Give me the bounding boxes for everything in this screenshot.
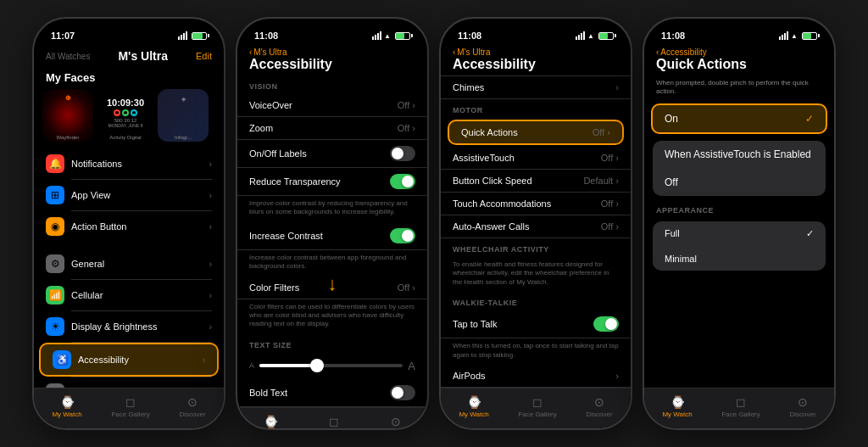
buttonclickspeed-label: Button Click Speed — [453, 176, 532, 186]
tab-discover-label-3: Discover — [587, 411, 613, 418]
appearance-minimal[interactable]: Minimal — [653, 247, 826, 271]
face-label-2: Activity Digital — [100, 135, 151, 140]
row-increasecontrast[interactable]: Increase Contrast — [237, 222, 427, 250]
row-reducetransparency[interactable]: Reduce Transparency — [237, 168, 427, 196]
tab-mywatch-1[interactable]: ⌚ My Watch — [52, 395, 81, 418]
slider-label-large: A — [408, 360, 415, 372]
status-icons-2: ▲ — [372, 31, 410, 40]
facegallery-icon-4: ◻ — [736, 395, 746, 409]
settings-cellular[interactable]: 📶 Cellular › — [34, 280, 224, 310]
time-4: 11:08 — [661, 31, 685, 41]
phone-4: 11:08 ▲ ‹ Accessibility Quick Actions — [643, 17, 836, 430]
watch-faces: ⊕ Wayfinder 10:09:30 ● ● ● 500 30 12 MON… — [34, 89, 224, 148]
back-link-3[interactable]: ‹ M's Ultra — [453, 47, 619, 57]
back-link-4[interactable]: ‹ Accessibility — [656, 47, 822, 57]
watch-face-wayfinder[interactable]: ⊕ Wayfinder — [42, 89, 93, 142]
tab-discover-4[interactable]: ⊙ Discover — [790, 395, 816, 418]
row-taptotalk[interactable]: Tap to Talk — [441, 310, 631, 338]
colorfilters-label: Color Filters — [249, 282, 299, 293]
tab-discover-2[interactable]: ⊙ Discover — [383, 415, 409, 428]
battery-3 — [598, 32, 614, 40]
settings-general[interactable]: ⚙ General › — [34, 249, 224, 279]
row-boldtext[interactable]: Bold Text — [237, 379, 427, 407]
battery-4 — [802, 32, 817, 40]
section-appearance: APPEARANCE — [644, 199, 834, 218]
phone-1-screen: 11:07 All Watches M's Ultra Edit My Face… — [34, 19, 224, 428]
back-label-4: Accessibility — [660, 47, 706, 57]
row-onofflabels[interactable]: On/Off Labels — [237, 140, 427, 168]
battery-2 — [395, 32, 410, 40]
reducetransparency-toggle[interactable] — [390, 174, 415, 189]
quickactions-label: Quick Actions — [461, 127, 518, 137]
my-faces-header: My Faces — [34, 68, 224, 89]
back-label-2: M's Ultra — [253, 47, 287, 57]
onofflabels-toggle[interactable] — [390, 146, 415, 161]
phone-2-screen: 11:08 ▲ ‹ M's Ultra Accessibility — [237, 19, 427, 428]
wifi-icon-2: ▲ — [384, 32, 391, 40]
phone-1-subtitle: All Watches — [46, 52, 90, 61]
tab-mywatch-4[interactable]: ⌚ My Watch — [662, 395, 692, 418]
tab-mywatch-3[interactable]: ⌚ My Watch — [459, 395, 488, 418]
watch-face-activity[interactable]: 10:09:30 ● ● ● 500 30 12 MONDAY, JUNE 8 … — [100, 89, 151, 142]
actionbutton-label: Action Button — [71, 221, 203, 232]
signal-icon-1 — [178, 31, 187, 40]
settings-siri[interactable]: 🎙 Siri › — [34, 377, 224, 388]
row-airpods[interactable]: AirPods › — [441, 365, 631, 388]
mywatch-icon-2: ⌚ — [264, 415, 278, 428]
page-title-4: Quick Actions — [656, 57, 822, 72]
display-icon: ☀ — [46, 317, 64, 336]
status-bar-3: 11:08 ▲ — [441, 19, 631, 46]
back-link-2[interactable]: ‹ M's Ultra — [249, 47, 415, 57]
slider-thumb[interactable] — [310, 359, 324, 372]
status-bar-1: 11:07 — [34, 19, 224, 46]
tab-facegallery-1[interactable]: ◻ Face Gallery — [111, 395, 149, 418]
dropdown-assistivetouch[interactable]: When AssistiveTouch is Enabled — [653, 141, 826, 169]
row-autoanswer[interactable]: Auto-Answer Calls Off › — [441, 215, 631, 238]
tab-facegallery-2[interactable]: ◻ Face Gallery — [314, 415, 353, 428]
tab-discover-3[interactable]: ⊙ Discover — [587, 395, 613, 418]
watch-face-infograph[interactable]: ◈ Infogr... — [158, 89, 209, 142]
color-filters-desc: Color filters can be used to differentia… — [237, 299, 427, 334]
section-vision: VISION — [237, 75, 427, 94]
autoanswer-value: Off › — [601, 221, 619, 232]
general-chevron: › — [209, 260, 212, 269]
actionbutton-chevron: › — [209, 222, 212, 232]
nav-tabs-2: ⌚ My Watch ◻ Face Gallery ⊙ Discover — [237, 407, 427, 428]
taptotalk-toggle[interactable] — [593, 316, 619, 332]
row-voiceover[interactable]: VoiceOver Off › — [237, 94, 427, 117]
phone-4-header: ‹ Accessibility Quick Actions — [644, 46, 834, 75]
appview-label: App View — [71, 190, 203, 200]
boldtext-toggle[interactable] — [390, 385, 415, 400]
slider-track[interactable] — [259, 364, 403, 367]
notifications-chevron: › — [209, 159, 212, 169]
facegallery-icon-1: ◻ — [125, 395, 136, 409]
taptotalk-desc: When this is turned on, tap once to star… — [441, 338, 631, 365]
airpods-chevron: › — [615, 371, 619, 381]
row-chimes[interactable]: Chimes › — [441, 75, 631, 99]
row-quickactions[interactable]: Quick Actions Off › — [449, 121, 622, 143]
row-buttonclickspeed[interactable]: Button Click Speed Default › — [441, 170, 631, 193]
settings-actionbutton[interactable]: ◉ Action Button › — [34, 211, 224, 242]
section-textsize: TEXT SIZE — [237, 334, 427, 353]
tab-discover-1[interactable]: ⊙ Discover — [180, 395, 206, 418]
settings-display[interactable]: ☀ Display & Brightness › — [34, 311, 224, 342]
touchaccommodations-label: Touch Accommodations — [453, 198, 551, 209]
settings-appview[interactable]: ⊞ App View › — [34, 180, 224, 210]
phone-1-edit[interactable]: Edit — [196, 51, 212, 61]
row-zoom[interactable]: Zoom Off › — [237, 117, 427, 140]
appearance-full[interactable]: Full ✓ — [653, 221, 826, 247]
boldtext-label: Bold Text — [249, 388, 287, 398]
general-label: General — [71, 259, 203, 269]
tab-facegallery-label-3: Face Gallery — [518, 411, 556, 418]
settings-accessibility[interactable]: ♿ Accessibility › — [39, 343, 219, 377]
increasecontrast-toggle[interactable] — [390, 228, 415, 243]
phone-2-header: ‹ M's Ultra Accessibility — [237, 46, 427, 75]
dropdown-on[interactable]: On ✓ — [653, 105, 826, 132]
settings-notifications[interactable]: 🔔 Notifications › — [34, 148, 224, 179]
tab-facegallery-4[interactable]: ◻ Face Gallery — [721, 395, 760, 418]
tab-facegallery-3[interactable]: ◻ Face Gallery — [518, 395, 556, 418]
row-touchaccommodations[interactable]: Touch Accommodations Off › — [441, 193, 631, 215]
tab-mywatch-2[interactable]: ⌚ My Watch — [255, 415, 285, 428]
row-assistivetouch[interactable]: AssistiveTouch Off › — [441, 147, 631, 170]
dropdown-off[interactable]: Off — [653, 169, 826, 196]
